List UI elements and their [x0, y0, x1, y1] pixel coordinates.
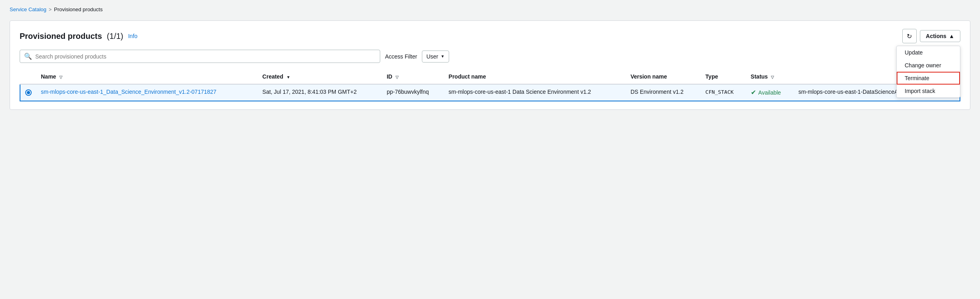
status-check-icon: ✔	[751, 89, 756, 96]
actions-dropdown: Update Change owner Terminate Import sta…	[896, 46, 960, 98]
info-link[interactable]: Info	[128, 33, 137, 39]
toolbar-row: 🔍 Access Filter User ▼	[20, 50, 960, 63]
id-sort-icon: ▽	[395, 75, 399, 79]
status-sort-icon: ▽	[771, 75, 774, 79]
row-type-value: CFN_STACK	[706, 89, 734, 95]
table-row[interactable]: sm-mlops-core-us-east-1_Data_Science_Env…	[20, 84, 960, 101]
table-header-row: Name ▽ Created ▼ ID ▽ Product name Versi…	[20, 69, 960, 84]
refresh-button[interactable]: ↻	[902, 29, 917, 43]
provisioned-products-table: Name ▽ Created ▼ ID ▽ Product name Versi…	[20, 69, 960, 101]
header-right: ↻ Actions ▲ Update Change owner Terminat…	[902, 29, 960, 43]
created-sort-icon: ▼	[286, 75, 290, 79]
header-row: Provisioned products (1/1) Info ↻ Action…	[20, 29, 960, 43]
row-product-name-cell: sm-mlops-core-us-east-1 Data Science Env…	[444, 84, 626, 101]
breadcrumb: Service Catalog > Provisioned products	[10, 6, 970, 12]
chevron-down-icon: ▼	[441, 54, 445, 59]
row-product-name-value: sm-mlops-core-us-east-1 Data Science Env…	[449, 89, 591, 95]
row-created-cell: Sat, Jul 17, 2021, 8:41:03 PM GMT+2	[258, 84, 382, 101]
row-id-value: pp-76buwvkylfnq	[387, 89, 429, 95]
breadcrumb-current: Provisioned products	[54, 6, 103, 12]
main-content: Provisioned products (1/1) Info ↻ Action…	[10, 20, 970, 110]
header-left: Provisioned products (1/1) Info	[20, 32, 137, 41]
row-status-cell: ✔ Available	[746, 84, 794, 101]
dropdown-item-update[interactable]: Update	[897, 46, 960, 59]
col-type: Type	[701, 69, 746, 84]
col-version-name: Version name	[626, 69, 701, 84]
status-available: ✔ Available	[751, 89, 789, 96]
col-name[interactable]: Name ▽	[36, 69, 258, 84]
count-badge: (1/1)	[107, 32, 123, 41]
access-filter-select[interactable]: User ▼	[422, 51, 449, 63]
col-id[interactable]: ID ▽	[382, 69, 444, 84]
row-name-link[interactable]: sm-mlops-core-us-east-1_Data_Science_Env…	[41, 89, 216, 95]
row-version-name-cell: DS Environment v1.2	[626, 84, 701, 101]
actions-caret-icon: ▲	[949, 33, 954, 39]
row-status-value: Available	[758, 89, 781, 96]
col-product-name: Product name	[444, 69, 626, 84]
breadcrumb-service-catalog[interactable]: Service Catalog	[10, 6, 46, 12]
access-filter-label: Access Filter	[385, 53, 417, 60]
refresh-icon: ↻	[907, 32, 912, 40]
page-title: Provisioned products	[20, 32, 102, 41]
dropdown-item-import-stack[interactable]: Import stack	[897, 85, 960, 97]
col-status[interactable]: Status ▽	[746, 69, 794, 84]
access-filter-value: User	[426, 53, 438, 60]
row-radio-cell[interactable]	[20, 84, 36, 101]
actions-label: Actions	[926, 33, 946, 39]
breadcrumb-separator: >	[49, 7, 52, 12]
row-type-cell: CFN_STACK	[701, 84, 746, 101]
radio-button-inner	[27, 91, 30, 94]
row-created-value: Sat, Jul 17, 2021, 8:41:03 PM GMT+2	[262, 89, 357, 95]
search-box[interactable]: 🔍	[20, 50, 380, 63]
radio-button[interactable]	[25, 89, 32, 96]
name-sort-icon: ▽	[59, 75, 63, 79]
dropdown-item-terminate[interactable]: Terminate	[897, 72, 960, 85]
row-version-name-value: DS Environment v1.2	[631, 89, 684, 95]
actions-button[interactable]: Actions ▲	[920, 30, 960, 42]
row-id-cell: pp-76buwvkylfnq	[382, 84, 444, 101]
dropdown-item-change-owner[interactable]: Change owner	[897, 59, 960, 72]
search-input[interactable]	[35, 53, 376, 60]
search-icon: 🔍	[24, 53, 32, 60]
col-radio	[20, 69, 36, 84]
row-name-cell: sm-mlops-core-us-east-1_Data_Science_Env…	[36, 84, 258, 101]
col-created[interactable]: Created ▼	[258, 69, 382, 84]
